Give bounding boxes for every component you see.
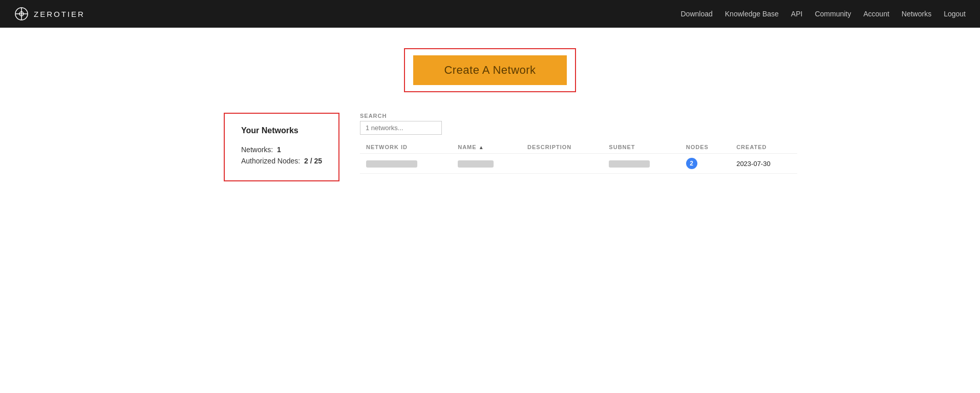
networks-label: Networks: [241,146,273,154]
nav-account[interactable]: Account [863,10,889,18]
zerotier-logo-icon [14,7,29,21]
networks-count: 1 [277,146,281,154]
cell-description [521,154,603,174]
your-networks-title: Your Networks [241,126,322,135]
nodes-count: 2 / 25 [304,157,322,165]
nodes-badge: 2 [686,158,697,169]
col-created: CREATED [730,141,797,154]
search-label: SEARCH [360,113,797,119]
nav-api[interactable]: API [791,10,803,18]
nav-networks[interactable]: Networks [902,10,931,18]
cell-created: 2023-07-30 [730,154,797,174]
nodes-label: Authorized Nodes: [241,157,300,165]
cell-nodes: 2 [680,154,730,174]
networks-table: NETWORK ID NAME ▲ DESCRIPTION SUBNET [360,141,797,174]
table-header-row: NETWORK ID NAME ▲ DESCRIPTION SUBNET [360,141,797,154]
blurred-subnet [609,160,650,168]
logo[interactable]: ZEROTIER [14,7,85,21]
nav-community[interactable]: Community [815,10,851,18]
search-input[interactable] [360,121,442,135]
cell-name [452,154,521,174]
main-content: Create A Network Your Networks Networks:… [0,28,980,202]
your-networks-card: Your Networks Networks: 1 Authorized Nod… [224,113,339,181]
nav-links: Download Knowledge Base API Community Ac… [681,10,966,18]
navbar: ZEROTIER Download Knowledge Base API Com… [0,0,980,28]
create-network-button[interactable]: Create A Network [413,55,566,85]
blurred-network-id [366,160,417,168]
nav-logout[interactable]: Logout [944,10,966,18]
cell-subnet [603,154,679,174]
nodes-count-stat: Authorized Nodes: 2 / 25 [241,157,322,165]
sort-arrow-name: ▲ [479,144,484,150]
col-nodes: NODES [680,141,730,154]
col-name[interactable]: NAME ▲ [452,141,521,154]
networks-count-stat: Networks: 1 [241,146,322,154]
networks-section: Your Networks Networks: 1 Authorized Nod… [183,113,797,181]
col-subnet: SUBNET [603,141,679,154]
nav-knowledge-base[interactable]: Knowledge Base [725,10,779,18]
col-network-id: NETWORK ID [360,141,452,154]
network-table-area: SEARCH NETWORK ID NAME ▲ DESCRIPTION [360,113,797,174]
create-network-wrapper: Create A Network [404,48,576,92]
col-description: DESCRIPTION [521,141,603,154]
table-row[interactable]: 2 2023-07-30 [360,154,797,174]
cell-network-id [360,154,452,174]
logo-text: ZEROTIER [34,10,85,18]
nav-download[interactable]: Download [681,10,713,18]
blurred-name [458,160,494,168]
